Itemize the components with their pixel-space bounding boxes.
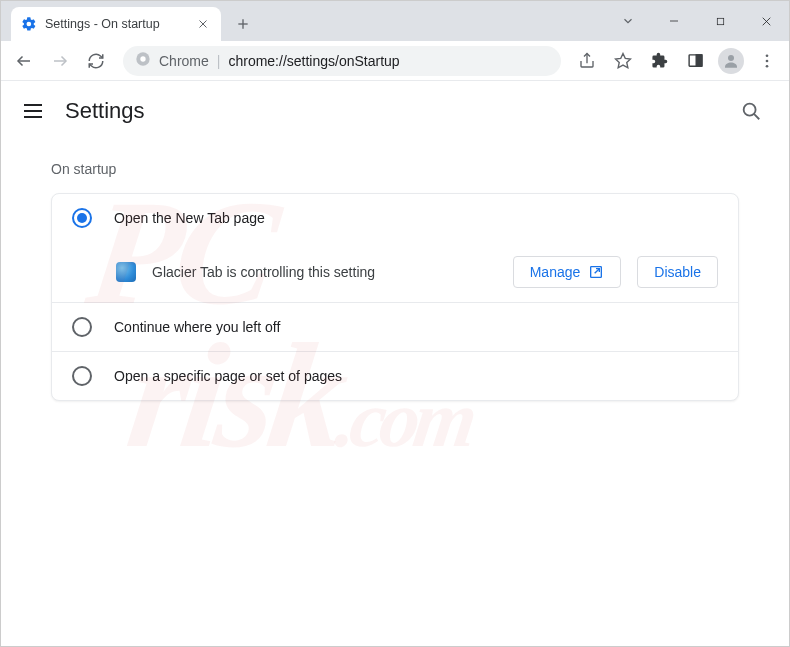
option-label: Continue where you left off [114,319,280,335]
svg-point-11 [140,56,145,61]
option-continue[interactable]: Continue where you left off [52,302,738,351]
svg-line-21 [754,113,759,118]
option-specific-pages[interactable]: Open a specific page or set of pages [52,351,738,400]
extension-notice-text: Glacier Tab is controlling this setting [152,264,497,280]
browser-tab[interactable]: Settings - On startup [11,7,221,41]
search-settings-button[interactable] [733,93,769,129]
reload-button[interactable] [81,46,111,76]
browser-toolbar: Chrome | chrome://settings/onStartup [1,41,789,81]
tab-search-icon[interactable] [605,5,651,37]
tab-title: Settings - On startup [45,17,187,31]
url-scheme-label: Chrome [159,53,209,69]
radio-icon[interactable] [72,208,92,228]
svg-point-17 [766,54,769,57]
svg-point-16 [728,55,734,61]
settings-content: On startup Open the New Tab page Glacier… [1,141,789,421]
startup-options-card: Open the New Tab page Glacier Tab is con… [51,193,739,401]
new-tab-button[interactable] [229,10,257,38]
settings-gear-icon [21,16,37,32]
page-title: Settings [65,98,145,124]
url-text: chrome://settings/onStartup [228,53,399,69]
section-label: On startup [51,161,739,177]
radio-icon[interactable] [72,366,92,386]
profile-avatar[interactable] [717,47,745,75]
external-link-icon [588,264,604,280]
extension-control-notice: Glacier Tab is controlling this setting … [52,242,738,302]
titlebar: Settings - On startup [1,1,789,41]
svg-point-20 [744,103,756,115]
option-label: Open a specific page or set of pages [114,368,342,384]
svg-point-18 [766,59,769,62]
settings-header: Settings [1,81,789,141]
disable-button[interactable]: Disable [637,256,718,288]
chrome-logo-icon [135,51,151,70]
close-tab-icon[interactable] [195,16,211,32]
close-window-button[interactable] [743,5,789,37]
window-controls [605,1,789,41]
kebab-menu-icon[interactable] [753,47,781,75]
back-button[interactable] [9,46,39,76]
share-icon[interactable] [573,47,601,75]
svg-marker-13 [616,53,631,67]
option-open-new-tab[interactable]: Open the New Tab page [52,194,738,242]
forward-button[interactable] [45,46,75,76]
glacier-tab-icon [116,262,136,282]
maximize-button[interactable] [697,5,743,37]
manage-button-label: Manage [530,264,581,280]
bookmark-star-icon[interactable] [609,47,637,75]
url-divider: | [217,53,221,69]
option-label: Open the New Tab page [114,210,265,226]
hamburger-menu-icon[interactable] [21,99,45,123]
extensions-icon[interactable] [645,47,673,75]
svg-rect-15 [696,55,702,66]
svg-point-19 [766,64,769,67]
svg-rect-5 [717,18,723,24]
address-bar[interactable]: Chrome | chrome://settings/onStartup [123,46,561,76]
disable-button-label: Disable [654,264,701,280]
manage-button[interactable]: Manage [513,256,622,288]
minimize-button[interactable] [651,5,697,37]
radio-icon[interactable] [72,317,92,337]
sidepanel-icon[interactable] [681,47,709,75]
